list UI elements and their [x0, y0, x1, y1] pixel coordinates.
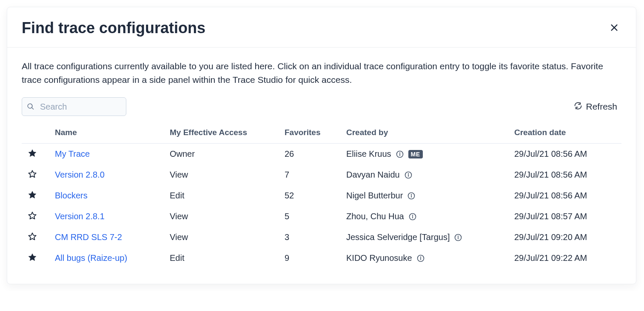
created-by-cell: KIDO Ryunosuke [346, 253, 507, 263]
column-header-access[interactable]: My Effective Access [166, 122, 281, 144]
favorite-toggle[interactable] [28, 170, 37, 180]
close-icon [610, 23, 619, 34]
creator-name: Jessica Selveridge [Targus] [346, 232, 450, 242]
access-cell: View [166, 227, 281, 248]
created-by-cell: Jessica Selveridge [Targus] [346, 232, 507, 242]
column-header-name[interactable]: Name [51, 122, 166, 144]
table-row: My TraceOwner26Eliise KruusME29/Jul/21 0… [22, 144, 621, 165]
access-cell: Edit [166, 248, 281, 269]
creation-date-cell: 29/Jul/21 08:56 AM [511, 185, 621, 206]
favorite-toggle[interactable] [28, 190, 37, 201]
creator-name: Eliise Kruus [346, 149, 391, 159]
creation-date-cell: 29/Jul/21 09:22 AM [511, 248, 621, 269]
svg-point-8 [411, 194, 412, 195]
table-row: BlockersEdit52Nigel Butterbur29/Jul/21 0… [22, 185, 621, 206]
trace-config-link[interactable]: CM RRD SLS 7-2 [55, 232, 122, 242]
refresh-button[interactable]: Refresh [570, 99, 621, 115]
info-icon[interactable] [454, 233, 462, 242]
info-icon[interactable] [408, 212, 417, 221]
creator-name: Davyan Naidu [346, 170, 400, 180]
search-field [22, 97, 126, 116]
search-input[interactable] [22, 97, 126, 116]
created-by-cell: Nigel Butterbur [346, 191, 507, 201]
column-header-favorites[interactable]: Favorites [281, 122, 343, 144]
column-header-creation-date[interactable]: Creation date [511, 122, 621, 144]
favorites-count-cell: 3 [281, 227, 343, 248]
creation-date-cell: 29/Jul/21 08:56 AM [511, 144, 621, 165]
favorites-count-cell: 26 [281, 144, 343, 165]
close-button[interactable] [607, 20, 621, 36]
info-icon[interactable] [404, 171, 413, 179]
access-cell: View [166, 206, 281, 227]
access-cell: View [166, 164, 281, 185]
favorites-count-cell: 7 [281, 164, 343, 185]
created-by-cell: Eliise KruusME [346, 149, 507, 159]
svg-point-17 [420, 257, 421, 257]
favorite-toggle[interactable] [28, 253, 37, 263]
favorites-count-cell: 5 [281, 206, 343, 227]
created-by-cell: Zhou, Chu Hua [346, 212, 507, 221]
creation-date-cell: 29/Jul/21 08:57 AM [511, 206, 621, 227]
trace-config-link[interactable]: My Trace [55, 149, 90, 158]
trace-config-link[interactable]: Version 2.8.1 [55, 212, 105, 221]
svg-point-2 [399, 153, 400, 153]
favorite-toggle[interactable] [28, 232, 37, 243]
star-outline-icon [28, 232, 37, 243]
info-icon[interactable] [407, 192, 416, 200]
refresh-label: Refresh [586, 102, 617, 112]
favorite-toggle[interactable] [28, 211, 37, 222]
table-header-row: Name My Effective Access Favorites Creat… [22, 122, 621, 144]
star-outline-icon [28, 170, 37, 180]
svg-point-14 [458, 236, 459, 236]
dialog-description: All trace configurations currently avail… [22, 59, 621, 86]
creator-name: Zhou, Chu Hua [346, 212, 404, 221]
favorites-count-cell: 52 [281, 185, 343, 206]
refresh-icon [574, 102, 582, 112]
table-row: Version 2.8.1View5Zhou, Chu Hua29/Jul/21… [22, 206, 621, 227]
access-cell: Owner [166, 144, 281, 165]
table-row: CM RRD SLS 7-2View3Jessica Selveridge [T… [22, 227, 621, 248]
info-icon[interactable] [396, 150, 404, 158]
created-by-cell: Davyan Naidu [346, 170, 507, 180]
configurations-table: Name My Effective Access Favorites Creat… [22, 122, 621, 269]
find-trace-configurations-dialog: Find trace configurations All trace conf… [7, 7, 636, 284]
creation-date-cell: 29/Jul/21 09:20 AM [511, 227, 621, 248]
star-filled-icon [28, 190, 37, 201]
column-header-favorite [22, 122, 51, 144]
creator-name: Nigel Butterbur [346, 191, 403, 201]
svg-point-11 [412, 215, 413, 215]
trace-config-link[interactable]: All bugs (Raize-up) [55, 253, 127, 263]
star-filled-icon [28, 149, 37, 159]
trace-config-link[interactable]: Blockers [55, 191, 88, 200]
column-header-created-by[interactable]: Created by [343, 122, 511, 144]
toolbar: Refresh [22, 97, 621, 116]
favorites-count-cell: 9 [281, 248, 343, 269]
table-row: All bugs (Raize-up)Edit9KIDO Ryunosuke29… [22, 248, 621, 269]
trace-config-link[interactable]: Version 2.8.0 [55, 170, 105, 179]
star-filled-icon [28, 253, 37, 263]
access-cell: Edit [166, 185, 281, 206]
me-badge: ME [408, 150, 423, 158]
star-outline-icon [28, 211, 37, 222]
dialog-header: Find trace configurations [7, 7, 636, 48]
creator-name: KIDO Ryunosuke [346, 253, 412, 263]
creation-date-cell: 29/Jul/21 08:56 AM [511, 164, 621, 185]
dialog-body: All trace configurations currently avail… [7, 48, 636, 284]
table-row: Version 2.8.0View7Davyan Naidu29/Jul/21 … [22, 164, 621, 185]
info-icon[interactable] [416, 254, 425, 263]
svg-point-5 [408, 173, 408, 174]
dialog-title: Find trace configurations [22, 19, 205, 37]
favorite-toggle[interactable] [28, 149, 37, 159]
